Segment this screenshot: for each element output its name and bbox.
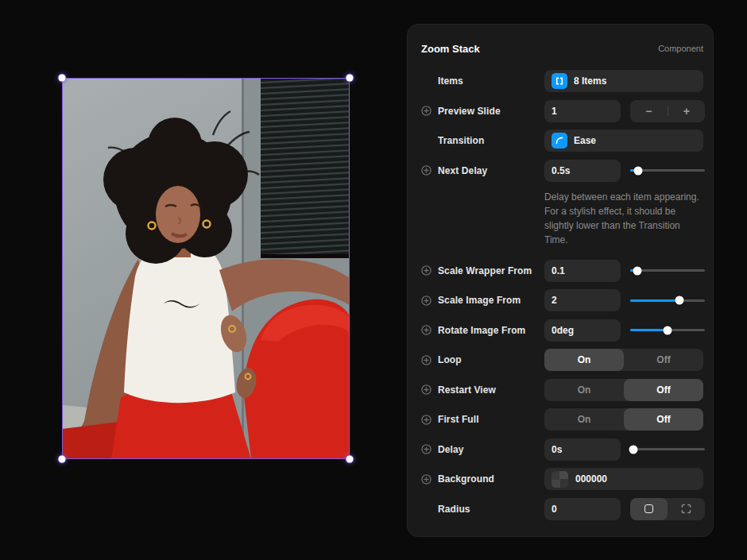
first-full-off-button[interactable]: Off <box>624 408 703 431</box>
stepper-plus-button[interactable]: + <box>668 100 706 122</box>
row-first-full: First Full On Off <box>421 408 703 431</box>
transition-label: Transition <box>438 135 484 146</box>
preview-slide-input[interactable]: 1 <box>544 100 621 122</box>
radius-uniform-button[interactable] <box>630 498 668 520</box>
circle-plus-icon <box>421 106 432 116</box>
per-corner-radius-icon <box>681 504 691 514</box>
restart-view-toggle: On Off <box>544 379 703 401</box>
radius-per-corner-button[interactable] <box>668 498 705 520</box>
photo-image <box>62 78 350 459</box>
row-radius: Radius 0 <box>421 498 703 520</box>
color-swatch[interactable] <box>552 471 568 488</box>
slider-thumb[interactable] <box>675 296 684 305</box>
selection-handle-bottom-left[interactable] <box>59 456 66 463</box>
brackets-icon <box>552 73 567 89</box>
next-delay-input[interactable]: 0.5s <box>544 160 621 182</box>
delay-input[interactable]: 0s <box>544 438 621 461</box>
row-background: Background 000000 <box>421 468 703 490</box>
panel-header: Zoom Stack Component <box>421 41 703 56</box>
items-value: 8 Items <box>574 75 606 87</box>
preview-slide-label: Preview Slide <box>438 106 501 117</box>
scale-wrapper-from-input[interactable]: 0.1 <box>544 260 621 282</box>
row-delay: Delay 0s <box>421 438 703 461</box>
slider-thumb[interactable] <box>629 445 637 454</box>
row-rotate-image-from: Rotate Image From 0deg <box>421 319 703 342</box>
items-field[interactable]: 8 Items <box>544 70 703 92</box>
delay-slider[interactable] <box>630 438 705 461</box>
selection-handle-top-left[interactable] <box>59 75 66 82</box>
row-next-delay: Next Delay 0.5s <box>421 160 703 182</box>
radius-mode-switch <box>630 498 705 520</box>
selection-handle-bottom-right[interactable] <box>346 456 354 463</box>
component-badge: Component <box>658 44 703 53</box>
next-delay-slider[interactable] <box>630 160 705 182</box>
selected-image-layer[interactable] <box>62 78 350 459</box>
scale-image-from-label: Scale Image From <box>438 295 521 306</box>
delay-label: Delay <box>438 444 464 455</box>
slider-thumb[interactable] <box>633 266 642 275</box>
row-restart-view: Restart View On Off <box>421 379 703 401</box>
slider-thumb[interactable] <box>664 326 672 334</box>
panel-title: Zoom Stack <box>421 43 480 55</box>
design-tool-canvas: Zoom Stack Component Items 8 Items <box>0 0 747 560</box>
circle-plus-icon <box>421 325 432 335</box>
background-label: Background <box>438 473 494 485</box>
circle-plus-icon <box>421 384 432 395</box>
ease-curve-icon <box>552 133 567 149</box>
background-color-field[interactable]: 000000 <box>544 468 703 490</box>
circle-plus-icon <box>421 415 432 425</box>
circle-plus-icon <box>421 265 432 276</box>
row-scale-wrapper-from: Scale Wrapper From 0.1 <box>421 260 703 282</box>
circle-plus-icon <box>421 444 432 454</box>
slider-thumb[interactable] <box>634 166 643 175</box>
radius-input[interactable]: 0 <box>544 498 621 520</box>
stepper-minus-button[interactable]: − <box>630 100 668 122</box>
rotate-image-from-input[interactable]: 0deg <box>544 319 621 342</box>
rotate-image-from-slider[interactable] <box>630 319 705 342</box>
transition-value: Ease <box>574 135 596 146</box>
restart-view-on-button[interactable]: On <box>544 379 624 401</box>
first-full-toggle: On Off <box>544 408 703 431</box>
circle-plus-icon <box>421 295 432 306</box>
next-delay-help-text: Delay between each item appearing. For a… <box>544 190 705 247</box>
items-label: Items <box>438 75 463 87</box>
scale-image-from-input[interactable]: 2 <box>544 289 621 311</box>
loop-label: Loop <box>438 354 462 365</box>
circle-plus-icon <box>421 165 432 176</box>
row-items: Items 8 Items <box>421 70 703 92</box>
radius-label: Radius <box>438 504 470 515</box>
loop-toggle: On Off <box>544 349 703 371</box>
restart-view-off-button[interactable]: Off <box>624 379 703 401</box>
first-full-on-button[interactable]: On <box>544 408 624 431</box>
row-loop: Loop On Off <box>421 349 703 371</box>
circle-plus-icon <box>421 474 432 485</box>
scale-wrapper-from-label: Scale Wrapper From <box>438 265 532 276</box>
circle-plus-icon <box>421 355 432 365</box>
next-delay-label: Next Delay <box>438 165 487 176</box>
restart-view-label: Restart View <box>438 384 496 396</box>
rotate-image-from-label: Rotate Image From <box>438 325 525 336</box>
preview-slide-stepper: − + <box>630 100 705 122</box>
loop-on-button[interactable]: On <box>544 349 624 371</box>
first-full-label: First Full <box>438 414 479 425</box>
zoom-stack-properties-panel: Zoom Stack Component Items 8 Items <box>407 24 714 537</box>
scale-image-from-slider[interactable] <box>630 289 705 311</box>
loop-off-button[interactable]: Off <box>624 349 703 371</box>
background-hex-value: 000000 <box>575 473 607 485</box>
scale-wrapper-from-slider[interactable] <box>630 260 705 282</box>
transition-field[interactable]: Ease <box>544 129 703 152</box>
row-preview-slide: Preview Slide 1 − + <box>421 100 703 122</box>
row-transition: Transition Ease <box>421 129 703 152</box>
uniform-radius-icon <box>644 504 653 513</box>
selection-handle-top-right[interactable] <box>346 75 354 82</box>
row-scale-image-from: Scale Image From 2 <box>421 289 703 311</box>
